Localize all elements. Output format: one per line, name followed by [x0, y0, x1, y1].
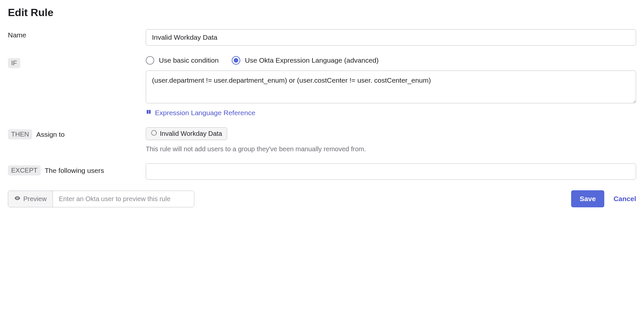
- except-badge: EXCEPT: [8, 165, 41, 176]
- svg-point-0: [152, 131, 157, 135]
- group-icon: [151, 130, 157, 138]
- except-users-input[interactable]: [146, 163, 636, 180]
- preview-user-input[interactable]: [53, 191, 194, 207]
- name-row: Name: [8, 29, 636, 46]
- preview-label-text: Preview: [23, 195, 47, 203]
- assigned-group-chip[interactable]: Invalid Workday Data: [146, 127, 227, 140]
- then-badge: THEN: [8, 129, 32, 139]
- then-help-text: This rule will not add users to a group …: [146, 145, 636, 153]
- action-buttons: Save Cancel: [571, 190, 636, 207]
- name-label: Name: [8, 31, 26, 39]
- then-label: Assign to: [36, 131, 64, 138]
- radio-advanced-label: Use Okta Expression Language (advanced): [245, 56, 378, 64]
- save-button[interactable]: Save: [571, 190, 604, 207]
- except-row: EXCEPT The following users: [8, 163, 636, 180]
- then-row: THEN Assign to Invalid Workday Data This…: [8, 127, 636, 153]
- footer-row: Preview Save Cancel: [8, 190, 636, 207]
- page-title: Edit Rule: [8, 7, 636, 19]
- name-input[interactable]: [146, 29, 636, 46]
- radio-icon: [146, 56, 154, 65]
- cancel-button[interactable]: Cancel: [613, 195, 636, 203]
- expression-reference-link[interactable]: Expression Language Reference: [155, 109, 255, 117]
- assigned-group-name: Invalid Workday Data: [160, 130, 222, 137]
- condition-radio-group: Use basic condition Use Okta Expression …: [146, 56, 636, 65]
- if-badge: IF: [8, 58, 20, 68]
- eye-icon: [14, 195, 21, 203]
- except-label: The following users: [45, 167, 104, 175]
- radio-basic-condition[interactable]: Use basic condition: [146, 56, 219, 65]
- radio-advanced-condition[interactable]: Use Okta Expression Language (advanced): [232, 56, 378, 65]
- book-icon: [146, 109, 152, 117]
- radio-icon-selected: [232, 56, 240, 65]
- preview-group: Preview: [8, 191, 194, 207]
- if-row: IF Use basic condition Use Okta Expressi…: [8, 56, 636, 117]
- preview-label-box: Preview: [8, 191, 53, 207]
- radio-basic-label: Use basic condition: [159, 56, 219, 64]
- expression-input[interactable]: (user.department != user.department_enum…: [146, 71, 636, 103]
